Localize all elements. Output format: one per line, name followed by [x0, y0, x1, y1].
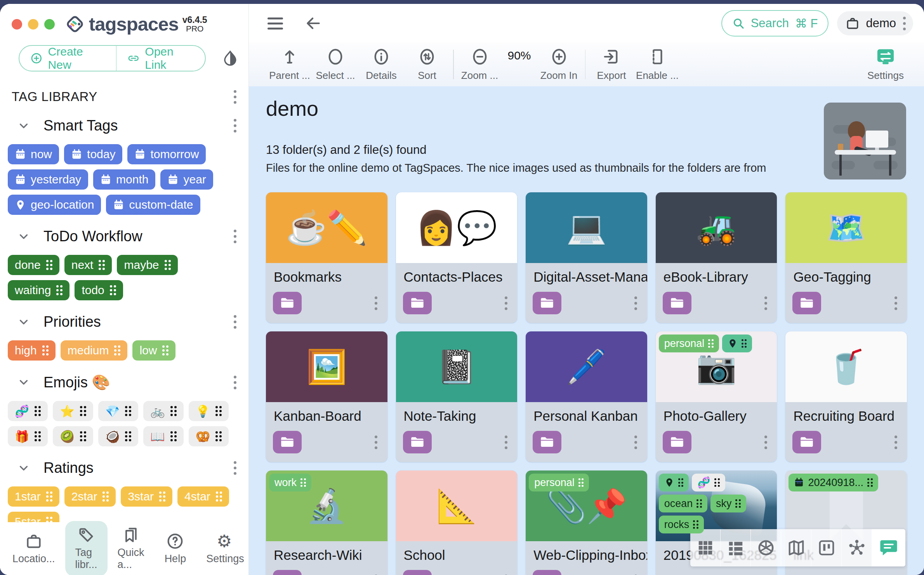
tag-drag-handle[interactable] — [102, 491, 109, 502]
tag-drag-handle[interactable] — [80, 431, 86, 441]
tag-drag-handle[interactable] — [46, 491, 52, 502]
folder-card-photo-gallery[interactable]: personal 📷 Photo-Gallery — [656, 331, 777, 462]
tag-star[interactable]: ⭐ — [53, 401, 93, 421]
open-folder-button[interactable] — [273, 570, 302, 575]
open-folder-button[interactable] — [273, 431, 302, 453]
perspective-list-button[interactable] — [720, 529, 750, 566]
tag-month[interactable]: month — [93, 169, 155, 190]
card-menu-button[interactable] — [374, 436, 378, 449]
tag-gift[interactable]: 🎁 — [8, 426, 48, 446]
sidebar-item-locations[interactable]: Locatio... — [2, 527, 65, 570]
toolbar-sort-button[interactable]: Sort — [404, 43, 450, 86]
folder-card-school[interactable]: 📐 School — [396, 470, 518, 575]
tag-drag-handle[interactable] — [56, 285, 63, 295]
tag-today[interactable]: today — [64, 144, 122, 164]
open-folder-button[interactable] — [533, 570, 561, 575]
tag-group-emojis[interactable]: Emojis 🎨 — [0, 361, 248, 391]
tag-drag-handle[interactable] — [696, 499, 702, 508]
search-button[interactable]: Search ⌘ F — [721, 10, 829, 37]
menu-hamburger-button[interactable] — [267, 17, 283, 30]
open-folder-button[interactable] — [403, 292, 432, 314]
toolbar-zoom-in-button[interactable]: Zoom In — [536, 43, 582, 86]
current-location-chip[interactable]: demo — [837, 11, 913, 35]
tag-group-priorities[interactable]: Priorities — [0, 300, 248, 330]
tag-year[interactable]: year — [160, 169, 213, 190]
tag-drag-handle[interactable] — [110, 285, 116, 295]
perspective-gallery-button[interactable] — [750, 529, 781, 566]
folder-card-contacts-places[interactable]: 👩💬 Contacts-Places — [396, 192, 518, 323]
perspective-kanban-button[interactable] — [811, 529, 841, 566]
tag-dna[interactable]: 🧬 — [8, 401, 48, 421]
tag-drag-handle[interactable] — [159, 491, 165, 502]
open-folder-button[interactable] — [533, 431, 561, 453]
card-menu-button[interactable] — [764, 296, 768, 310]
close-window-button[interactable] — [12, 19, 22, 30]
tag-ocean[interactable]: ocean — [659, 495, 707, 512]
open-folder-button[interactable] — [403, 570, 432, 575]
group-menu-button[interactable] — [233, 230, 237, 243]
tag-drag-handle[interactable] — [170, 406, 177, 416]
back-button[interactable] — [305, 15, 322, 32]
tag-drag-handle[interactable] — [714, 478, 720, 487]
tag-drag-handle[interactable] — [742, 339, 747, 348]
tag-drag-handle[interactable] — [125, 406, 131, 416]
card-menu-button[interactable] — [894, 436, 898, 449]
open-folder-button[interactable] — [663, 431, 691, 453]
sidebar-item-help[interactable]: Help — [155, 527, 196, 570]
toolbar-zoom-out-button[interactable]: Zoom ... — [457, 43, 503, 86]
card-menu-button[interactable] — [504, 296, 508, 310]
card-menu-button[interactable] — [374, 296, 378, 310]
tag-personal[interactable]: personal — [529, 474, 589, 491]
toolbar-parent-directory-button[interactable]: Parent ... — [267, 43, 313, 86]
tag-drag-handle[interactable] — [578, 478, 584, 487]
tag-geo-location[interactable]: geo-location — [8, 195, 101, 215]
perspective-map-button[interactable] — [781, 529, 811, 566]
folder-card-note-taking[interactable]: 📓 Note-Taking — [396, 331, 518, 462]
minimize-window-button[interactable] — [28, 19, 38, 30]
sidebar-item-tag-library[interactable]: Tag libr... — [65, 521, 108, 575]
tag-low[interactable]: low — [132, 340, 175, 361]
folder-card-web-clipping-inbox[interactable]: personal 📎📌 Web-Clipping-Inbox — [526, 470, 647, 575]
tag-high[interactable]: high — [8, 340, 56, 361]
tag-drag-handle[interactable] — [678, 478, 684, 487]
tag-drag-handle[interactable] — [42, 345, 49, 355]
card-menu-button[interactable] — [894, 296, 898, 310]
open-folder-button[interactable] — [663, 292, 691, 314]
tag-drag-handle[interactable] — [300, 478, 306, 487]
tag-drag-handle[interactable] — [735, 499, 741, 508]
tag-4star[interactable]: 4star — [177, 486, 229, 507]
theme-toggle-button[interactable] — [222, 50, 238, 67]
folder-card-recruiting-board[interactable]: 🥤 Recruiting Board — [785, 331, 907, 462]
toolbar-select-button[interactable]: Select ... — [313, 43, 358, 86]
tag-drag-handle[interactable] — [216, 491, 222, 502]
tag-3star[interactable]: 3star — [121, 486, 172, 507]
folder-card-digital-asset-management[interactable]: 💻 Digital-Asset-Management — [526, 192, 647, 323]
group-menu-button[interactable] — [233, 461, 237, 475]
tag-coconut[interactable]: 🥥 — [98, 426, 138, 446]
toolbar-details-button[interactable]: Details — [358, 43, 404, 86]
sidebar-item-settings[interactable]: ⚙ Settings — [196, 527, 249, 570]
toolbar-export-button[interactable]: Export — [589, 43, 634, 86]
open-folder-button[interactable] — [533, 292, 561, 314]
tag-book[interactable]: 📖 — [143, 426, 183, 446]
folder-card-research-wiki[interactable]: work 🔬 Research-Wiki — [266, 470, 387, 575]
card-menu-button[interactable] — [504, 436, 508, 449]
tag-library-menu-button[interactable] — [233, 90, 237, 104]
tag-drag-handle[interactable] — [80, 406, 86, 416]
tag-bulb[interactable]: 💡 — [189, 401, 229, 421]
tag-drag-handle[interactable] — [114, 345, 120, 355]
perspective-graph-button[interactable] — [841, 529, 872, 566]
tag-group-ratings[interactable]: Ratings — [0, 446, 248, 476]
folder-card-geo-tagging[interactable]: 🗺️ Geo-Tagging — [785, 192, 907, 323]
tag-drag-handle[interactable] — [35, 406, 41, 416]
tag-group-smart-tags[interactable]: Smart Tags — [0, 104, 248, 134]
tag-2star[interactable]: 2star — [64, 486, 116, 507]
tag-drag-handle[interactable] — [170, 431, 177, 441]
card-menu-button[interactable] — [634, 436, 638, 449]
folder-card-personal-kanban[interactable]: 🖊️ Personal Kanban — [526, 331, 647, 462]
tag-drag-handle[interactable] — [708, 339, 714, 348]
tag-custom-date[interactable]: custom-date — [106, 195, 200, 215]
group-menu-button[interactable] — [233, 376, 237, 389]
folder-card-bookmarks[interactable]: ☕✏️ Bookmarks — [266, 192, 387, 323]
tag-rocks[interactable]: rocks — [659, 516, 704, 533]
